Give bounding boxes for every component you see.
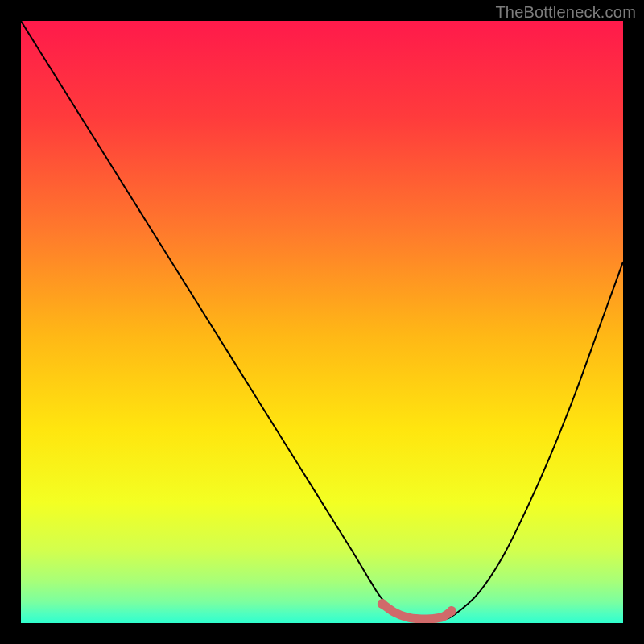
optimal-range-start-dot (378, 599, 387, 609)
gradient-background (21, 21, 623, 623)
optimal-range-end-dot (447, 606, 456, 616)
chart-frame (21, 21, 623, 623)
attribution-label: TheBottleneck.com (495, 3, 636, 22)
bottleneck-chart (21, 21, 623, 623)
